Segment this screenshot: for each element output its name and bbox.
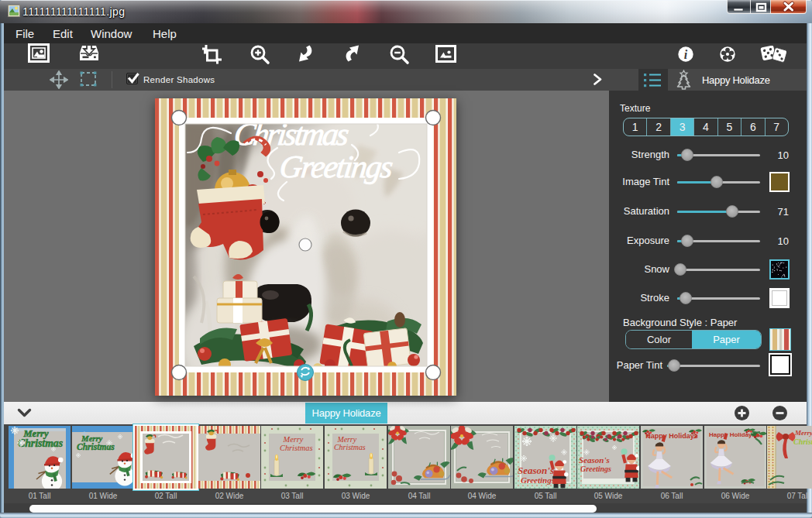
svg-text:Happy Holidays: Happy Holidays <box>709 431 756 438</box>
svg-text:Christmas: Christmas <box>793 437 812 446</box>
svg-text:Greetings: Greetings <box>580 465 611 473</box>
svg-text:Merry: Merry <box>794 429 812 437</box>
svg-text:Season's: Season's <box>579 455 610 465</box>
svg-text:Season's: Season's <box>518 465 554 476</box>
svg-text:Christmas: Christmas <box>334 443 366 451</box>
svg-text:Merry: Merry <box>283 435 304 444</box>
svg-text:i: i <box>684 48 688 61</box>
svg-text:Christmas: Christmas <box>280 444 313 452</box>
svg-text:Greetings: Greetings <box>277 149 395 184</box>
svg-text:Happy Holidays: Happy Holidays <box>645 432 698 440</box>
svg-text:Greetings: Greetings <box>521 475 555 485</box>
